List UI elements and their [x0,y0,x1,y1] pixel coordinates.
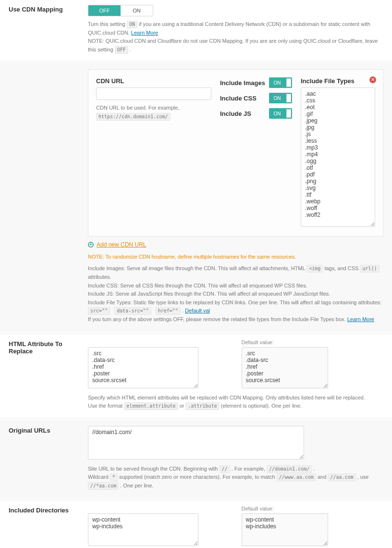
label-cdn-url: CDN URL [96,77,211,85]
label-default-value: Default value: [242,506,384,511]
toggle-off[interactable]: OFF [88,5,121,16]
randomize-note: NOTE: To randomize CDN hostname, define … [88,254,383,260]
add-new-cdn-url-link[interactable]: + Add new CDN URL [88,241,146,248]
learn-more-link[interactable]: Learn More [131,30,158,36]
default-values-link[interactable]: Default val [185,308,210,313]
input-cdn-url[interactable] [96,87,211,100]
label-original-urls: Original URLs [9,426,88,490]
toggle-on[interactable]: ON [121,5,153,16]
textarea-include-file-types[interactable] [301,87,375,227]
toggle-include-images[interactable]: ON [269,77,292,88]
label-include-images: Include Images [220,79,265,87]
label-include-css: Include CSS [220,95,257,102]
setting-row-original-urls: Original URLs Site URL to be served thro… [0,421,392,497]
textarea-included-dirs-default [242,513,328,546]
help-text: Turn this setting ON if you are using a … [88,20,383,37]
pill-on: ON [127,21,137,28]
textarea-included-dirs[interactable] [88,513,198,546]
label-included-dirs: Included Directories [9,506,88,548]
setting-row-cdn-url-block: CDN URL CDN URL to be used. For example,… [0,64,392,330]
plus-icon: + [88,242,94,248]
textarea-html-attr-default [242,347,328,388]
help-text: NOTE: QUIC.cloud CDN and Cloudflare do n… [88,37,383,54]
textarea-original-urls[interactable] [88,426,304,460]
setting-row-html-attr: HTML Attribute To Replace . Default valu… [0,335,392,417]
label-use-cdn-mapping: Use CDN Mapping [9,5,88,54]
label-include-js: Include JS [220,110,251,117]
cdn-mapping-box: CDN URL CDN URL to be used. For example,… [88,69,383,237]
learn-more-link[interactable]: Learn More [347,316,374,322]
toggle-include-css[interactable]: ON [269,93,292,103]
label-include-file-types: Include File Types [301,77,375,85]
toggle-include-js[interactable]: ON [269,108,292,119]
pill-off: OFF [115,46,128,54]
label-html-attr: HTML Attribute To Replace [9,339,88,411]
toggle-use-cdn-mapping[interactable]: OFF ON [88,5,153,16]
label-default-value: Default value: [242,339,384,345]
textarea-html-attr[interactable] [88,347,198,388]
code-example: https://cdn.domain1.com/ [96,113,171,121]
setting-row-included-dirs: Included Directories . Default value: On… [0,501,392,548]
setting-row-use-cdn-mapping: Use CDN Mapping OFF ON Turn this setting… [0,0,392,61]
